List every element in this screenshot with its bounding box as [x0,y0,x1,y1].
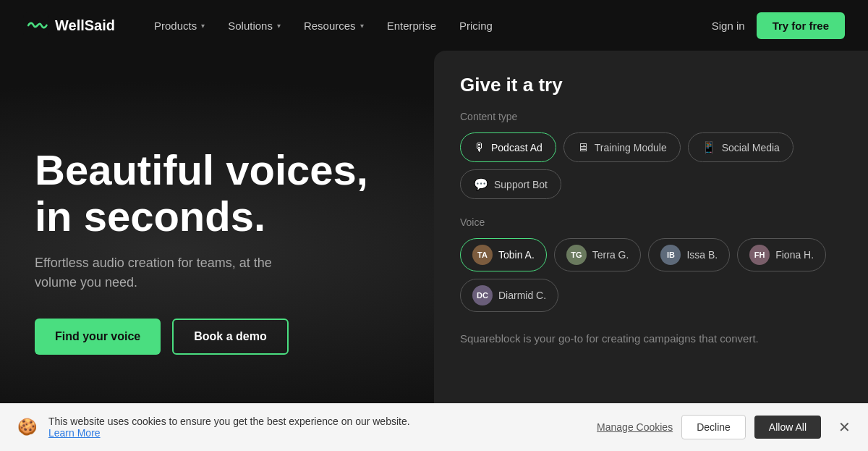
cookie-banner: 🍪 This website uses cookies to ensure yo… [0,403,868,451]
chip-training-module[interactable]: 🖥 Training Module [563,132,681,162]
navbar: WellSaid Products ▾ Solutions ▾ Resource… [0,0,868,51]
logo-icon [23,12,49,38]
hero-buttons: Find your voice Book a demo [35,319,399,355]
book-demo-button[interactable]: Book a demo [172,319,288,355]
chip-social-media[interactable]: 📱 Social Media [688,132,793,162]
voice-tobin[interactable]: TA Tobin A. [460,238,547,271]
mobile-icon: 📱 [702,140,716,154]
content-type-row: 🎙 Podcast Ad 🖥 Training Module 📱 Social … [460,132,842,199]
avatar-diarmid: DC [472,285,493,305]
voice-diarmid[interactable]: DC Diarmid C. [460,279,558,312]
nav-right: Sign in Try for free [712,12,845,39]
try-panel: Give it a try Content type 🎙 Podcast Ad … [434,51,868,451]
hero-left: Beautiful voices, in seconds. Effortless… [0,51,434,451]
nav-item-resources[interactable]: Resources ▾ [294,14,374,38]
voice-terra[interactable]: TG Terra G. [554,238,642,271]
chevron-down-icon: ▾ [277,22,281,30]
voice-fiona[interactable]: FH Fiona H. [737,238,826,271]
decline-button[interactable]: Decline [681,415,746,439]
voice-row: TA Tobin A. TG Terra G. IB Issa B. FH Fi… [460,238,842,312]
avatar-fiona: FH [749,245,770,265]
logo[interactable]: WellSaid [23,12,115,38]
chip-podcast-ad[interactable]: 🎙 Podcast Ad [460,132,556,162]
nav-item-enterprise[interactable]: Enterprise [377,14,446,38]
try-panel-title: Give it a try [460,74,842,96]
sign-in-link[interactable]: Sign in [712,20,745,32]
nav-item-products[interactable]: Products ▾ [144,14,215,38]
cookie-text: This website uses cookies to ensure you … [48,416,585,439]
try-free-button[interactable]: Try for free [757,12,845,39]
close-cookie-button[interactable]: ✕ [838,418,851,436]
cookie-icon: 🍪 [17,418,37,437]
description-text: Squareblock is your go-to for creating c… [460,332,842,345]
allow-all-button[interactable]: Allow All [754,416,821,439]
avatar-terra: TG [566,245,587,265]
chip-support-bot[interactable]: 💬 Support Bot [460,169,561,199]
chat-icon: 💬 [474,177,488,191]
nav-links: Products ▾ Solutions ▾ Resources ▾ Enter… [144,14,712,38]
voice-issa[interactable]: IB Issa B. [648,238,730,271]
nav-item-pricing[interactable]: Pricing [449,14,503,38]
podcast-icon: 🎙 [474,141,485,154]
monitor-icon: 🖥 [577,141,589,154]
hero-title: Beautiful voices, in seconds. [35,147,399,240]
find-voice-button[interactable]: Find your voice [35,319,161,355]
avatar-tobin: TA [472,245,493,265]
hero-section: Beautiful voices, in seconds. Effortless… [0,51,868,451]
avatar-issa: IB [660,245,681,265]
cookie-actions: Manage Cookies Decline Allow All [597,415,821,439]
hero-right: Give it a try Content type 🎙 Podcast Ad … [434,51,868,451]
hero-subtitle: Effortless audio creation for teams, at … [35,253,399,292]
learn-more-link[interactable]: Learn More [48,427,101,439]
content-type-label: Content type [460,111,842,122]
chevron-down-icon: ▾ [201,22,205,30]
logo-text: WellSaid [55,17,115,34]
chevron-down-icon: ▾ [360,22,364,30]
nav-item-solutions[interactable]: Solutions ▾ [218,14,291,38]
voice-label: Voice [460,216,842,228]
manage-cookies-button[interactable]: Manage Cookies [597,421,673,433]
